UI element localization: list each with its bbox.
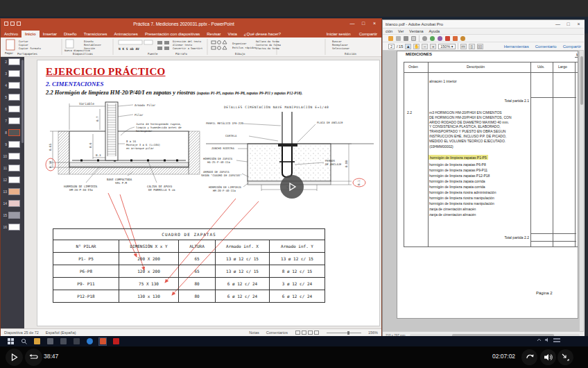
minimize-button[interactable]: — — [553, 22, 563, 26]
system-tray[interactable] — [537, 337, 560, 342]
language-indicator[interactable]: Español (España) — [46, 331, 76, 335]
taskbar-app[interactable] — [46, 338, 53, 345]
open-file-icon[interactable] — [388, 36, 393, 41]
format-painter-button[interactable]: Copiar formato — [19, 47, 42, 50]
close-button[interactable]: × — [573, 22, 584, 26]
tell-me-box[interactable]: ¿Qué desea hacer? — [241, 31, 284, 37]
embedded-play-button[interactable] — [280, 175, 304, 199]
pdf-create-icon[interactable] — [453, 36, 458, 41]
slide-thumbnail-panel[interactable]: 2 3 4 5 6 7 8 9 10 11 12 13 14 15 16 — [1, 57, 24, 328]
hand-tool[interactable]: ✋ — [413, 44, 420, 49]
start-button[interactable] — [7, 338, 14, 345]
zoom-level[interactable]: 156% — [368, 331, 378, 335]
arrange-button[interactable]: Organizar — [232, 42, 247, 45]
taskbar-app-powerpoint-active[interactable] — [99, 338, 106, 345]
maximize-button[interactable]: □ — [563, 22, 573, 26]
slide-thumbnail[interactable]: 16 — [2, 224, 24, 231]
slide-thumbnail[interactable]: 13 — [2, 188, 24, 195]
slide-thumbnail[interactable]: 15 — [2, 212, 24, 219]
save-icon[interactable] — [4, 22, 8, 26]
view-buttons[interactable] — [295, 331, 320, 335]
font-size-box[interactable] — [144, 40, 153, 44]
align-text-button[interactable]: Alinear texto — [173, 44, 192, 47]
slide-thumbnail[interactable]: 10 — [2, 153, 24, 160]
zoom-slider[interactable] — [327, 333, 361, 333]
two-page-icon[interactable]: ▯▯ — [477, 44, 483, 49]
shape-outline-button[interactable]: Contorno de forma — [256, 44, 281, 47]
vertical-scrollbar[interactable] — [580, 51, 583, 331]
share-button[interactable]: Compartir — [355, 31, 381, 37]
taskbar-app[interactable] — [60, 338, 67, 345]
tab-diseno[interactable]: Diseño — [60, 31, 80, 37]
share-link[interactable]: Compartir — [563, 44, 581, 49]
notes-button[interactable]: Notas — [249, 331, 259, 335]
text-direction-button[interactable]: Dirección del texto — [173, 40, 201, 43]
paragraph-align-icons[interactable] — [157, 41, 169, 50]
zoom-in-button[interactable]: + — [430, 44, 436, 49]
tab-revisar[interactable]: Revisar — [203, 31, 224, 37]
scroll-mode-icon[interactable]: ▭ — [460, 44, 467, 49]
shapes-gallery[interactable] — [211, 40, 227, 49]
tab-vista[interactable]: Vista — [225, 31, 241, 37]
taskbar-app-acrobat[interactable] — [112, 338, 119, 345]
zoom-out-button[interactable]: − — [422, 44, 428, 49]
slide-thumbnail[interactable]: 11 — [2, 165, 24, 172]
undo-icon[interactable] — [10, 22, 15, 26]
pdf-document-area[interactable]: MEDICIONES Orden Descripción Uds. Largo … — [383, 51, 584, 331]
new-slide-icon[interactable] — [66, 40, 74, 48]
close-button[interactable]: × — [369, 19, 380, 28]
pip-minimize-button[interactable] — [557, 349, 573, 365]
select-tool[interactable]: ▲ — [405, 44, 411, 49]
tab-animaciones[interactable]: Animaciones — [111, 31, 141, 37]
volume-tray-icon[interactable] — [545, 337, 550, 342]
quick-access-toolbar[interactable] — [4, 22, 21, 26]
page-number-input[interactable]: 2 — [388, 44, 395, 49]
volume-button[interactable] — [540, 349, 556, 365]
save-icon[interactable] — [396, 36, 401, 41]
comments-button[interactable]: Comentarios — [266, 331, 288, 335]
pdf-export-icon[interactable] — [445, 36, 450, 41]
play-button[interactable] — [6, 349, 23, 366]
maximize-button[interactable]: □ — [358, 19, 369, 28]
font-style-buttons[interactable]: N K S ab AV — [119, 47, 139, 51]
menu-partial[interactable]: ción — [386, 29, 392, 33]
menu-ver[interactable]: Ver — [398, 29, 404, 33]
slide-thumbnail[interactable]: 14 — [2, 200, 24, 207]
paste-label[interactable]: Pegar — [5, 51, 14, 55]
taskbar-app-browser[interactable] — [86, 338, 93, 345]
slide-canvas[interactable]: EJERCICIO PRÁCTICO 2. CIMENTACIONES 2.2 … — [37, 60, 380, 326]
font-name-box[interactable] — [119, 40, 142, 44]
quick-styles-button[interactable]: Estilos rápidos — [232, 46, 256, 49]
send-icon[interactable] — [460, 36, 465, 41]
tab-inicio[interactable]: Inicio — [21, 31, 40, 37]
sign-in-button[interactable]: Iniciar sesión — [322, 31, 355, 37]
zoom-level-select[interactable]: 150% ▾ — [438, 44, 455, 49]
slide-thumbnail[interactable]: 12 — [2, 176, 24, 183]
taskbar-app-explorer[interactable] — [33, 338, 40, 345]
shape-fill-button[interactable]: Relleno de forma — [256, 40, 279, 43]
print-icon[interactable] — [404, 36, 408, 41]
skip-forward-button[interactable] — [521, 349, 537, 365]
menu-ayuda[interactable]: Ayuda — [429, 29, 440, 33]
paste-icon[interactable] — [6, 40, 15, 50]
thumbnail-scrollbar[interactable] — [21, 60, 24, 143]
stamp-icon[interactable] — [438, 36, 442, 41]
tab-presentacion[interactable]: Presentación con diapositivas — [141, 31, 203, 37]
section-button[interactable]: Sección — [84, 47, 95, 50]
tab-archivo[interactable]: Archivo — [1, 31, 21, 37]
comment-icon[interactable] — [430, 36, 435, 41]
tools-link[interactable]: Herramientas — [504, 44, 529, 49]
tray-clock-area[interactable] — [553, 338, 560, 342]
shape-effects-button[interactable]: Efectos de forma — [256, 47, 279, 50]
search-button[interactable] — [20, 338, 27, 345]
gear-icon[interactable] — [422, 36, 427, 41]
tab-transiciones[interactable]: Transiciones — [80, 31, 111, 37]
smartart-button[interactable]: Convertir a SmartArt — [173, 47, 202, 50]
tray-expand-icon[interactable] — [537, 338, 542, 342]
single-page-icon[interactable]: ▯ — [469, 44, 475, 49]
replay-button[interactable] — [25, 349, 42, 366]
email-icon[interactable] — [411, 36, 416, 41]
minimize-button[interactable]: — — [347, 19, 358, 28]
menu-ventana[interactable]: Ventana — [409, 29, 423, 33]
select-button[interactable]: Seleccionar — [332, 47, 350, 50]
